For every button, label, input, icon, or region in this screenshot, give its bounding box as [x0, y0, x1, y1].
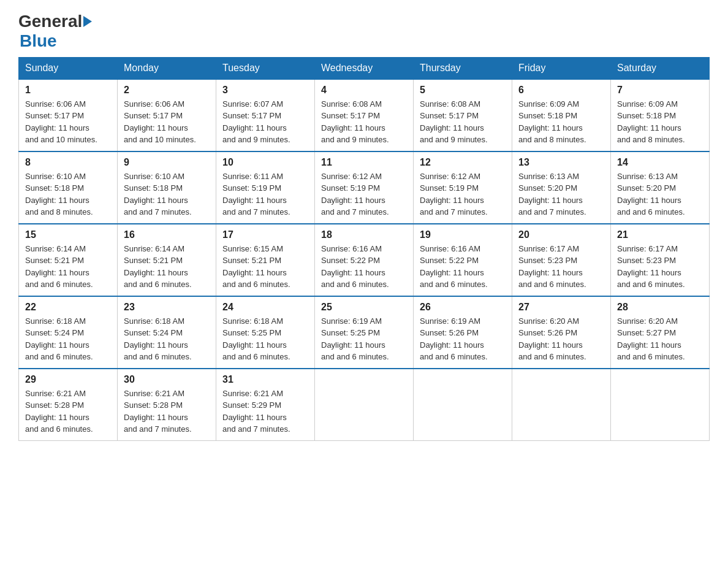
- day-header-tuesday: Tuesday: [216, 57, 315, 79]
- day-header-saturday: Saturday: [611, 57, 710, 79]
- day-number: 13: [518, 157, 604, 168]
- day-info: Sunrise: 6:11 AM Sunset: 5:19 PM Dayligh…: [222, 172, 290, 217]
- calendar-cell: 18 Sunrise: 6:16 AM Sunset: 5:22 PM Dayl…: [315, 224, 414, 296]
- day-info: Sunrise: 6:09 AM Sunset: 5:18 PM Dayligh…: [617, 99, 685, 145]
- day-info: Sunrise: 6:09 AM Sunset: 5:18 PM Dayligh…: [518, 99, 586, 145]
- day-number: 12: [420, 157, 506, 168]
- calendar-cell: 10 Sunrise: 6:11 AM Sunset: 5:19 PM Dayl…: [216, 151, 315, 224]
- calendar-cell: 22 Sunrise: 6:18 AM Sunset: 5:24 PM Dayl…: [19, 296, 118, 369]
- calendar-cell: [512, 369, 611, 441]
- day-info: Sunrise: 6:21 AM Sunset: 5:28 PM Dayligh…: [124, 389, 192, 434]
- day-number: 18: [321, 229, 407, 240]
- calendar-cell: 24 Sunrise: 6:18 AM Sunset: 5:25 PM Dayl…: [216, 296, 315, 369]
- calendar-cell: 14 Sunrise: 6:13 AM Sunset: 5:20 PM Dayl…: [611, 151, 710, 224]
- day-number: 10: [222, 157, 308, 168]
- calendar-cell: 28 Sunrise: 6:20 AM Sunset: 5:27 PM Dayl…: [611, 296, 710, 369]
- day-info: Sunrise: 6:10 AM Sunset: 5:18 PM Dayligh…: [25, 172, 93, 217]
- day-number: 8: [25, 157, 111, 168]
- day-info: Sunrise: 6:08 AM Sunset: 5:17 PM Dayligh…: [420, 99, 488, 145]
- day-header-monday: Monday: [118, 57, 216, 79]
- day-info: Sunrise: 6:19 AM Sunset: 5:26 PM Dayligh…: [420, 316, 488, 362]
- calendar-cell: 25 Sunrise: 6:19 AM Sunset: 5:25 PM Dayl…: [315, 296, 414, 369]
- day-info: Sunrise: 6:06 AM Sunset: 5:17 PM Dayligh…: [124, 99, 196, 145]
- day-header-sunday: Sunday: [19, 57, 118, 79]
- calendar-cell: 8 Sunrise: 6:10 AM Sunset: 5:18 PM Dayli…: [19, 151, 118, 224]
- calendar-cell: 30 Sunrise: 6:21 AM Sunset: 5:28 PM Dayl…: [118, 369, 216, 441]
- calendar-cell: 23 Sunrise: 6:18 AM Sunset: 5:24 PM Dayl…: [118, 296, 216, 369]
- day-number: 30: [124, 374, 210, 385]
- day-info: Sunrise: 6:16 AM Sunset: 5:22 PM Dayligh…: [420, 244, 488, 289]
- day-number: 31: [222, 374, 308, 385]
- calendar-cell: 27 Sunrise: 6:20 AM Sunset: 5:26 PM Dayl…: [512, 296, 611, 369]
- day-info: Sunrise: 6:21 AM Sunset: 5:28 PM Dayligh…: [25, 389, 93, 434]
- calendar-week-4: 22 Sunrise: 6:18 AM Sunset: 5:24 PM Dayl…: [19, 296, 710, 369]
- day-number: 4: [321, 85, 407, 96]
- day-header-friday: Friday: [512, 57, 611, 79]
- day-info: Sunrise: 6:13 AM Sunset: 5:20 PM Dayligh…: [617, 172, 685, 217]
- day-info: Sunrise: 6:12 AM Sunset: 5:19 PM Dayligh…: [420, 172, 488, 217]
- logo-blue-part: Blue: [20, 31, 57, 51]
- calendar-cell: 3 Sunrise: 6:07 AM Sunset: 5:17 PM Dayli…: [216, 79, 315, 151]
- calendar-week-2: 8 Sunrise: 6:10 AM Sunset: 5:18 PM Dayli…: [19, 151, 710, 224]
- day-number: 14: [617, 157, 703, 168]
- day-info: Sunrise: 6:16 AM Sunset: 5:22 PM Dayligh…: [321, 244, 389, 289]
- day-number: 9: [124, 157, 210, 168]
- calendar-cell: 15 Sunrise: 6:14 AM Sunset: 5:21 PM Dayl…: [19, 224, 118, 296]
- day-info: Sunrise: 6:08 AM Sunset: 5:17 PM Dayligh…: [321, 99, 389, 145]
- calendar-week-1: 1 Sunrise: 6:06 AM Sunset: 5:17 PM Dayli…: [19, 79, 710, 151]
- calendar-cell: 1 Sunrise: 6:06 AM Sunset: 5:17 PM Dayli…: [19, 79, 118, 151]
- calendar-week-3: 15 Sunrise: 6:14 AM Sunset: 5:21 PM Dayl…: [19, 224, 710, 296]
- calendar-table: SundayMondayTuesdayWednesdayThursdayFrid…: [18, 57, 710, 441]
- day-info: Sunrise: 6:14 AM Sunset: 5:21 PM Dayligh…: [25, 244, 93, 289]
- calendar-cell: 5 Sunrise: 6:08 AM Sunset: 5:17 PM Dayli…: [414, 79, 512, 151]
- calendar-cell: [315, 369, 414, 441]
- page-header: General Blue: [18, 12, 710, 51]
- calendar-cell: 19 Sunrise: 6:16 AM Sunset: 5:22 PM Dayl…: [414, 224, 512, 296]
- day-number: 15: [25, 229, 111, 240]
- calendar-cell: 6 Sunrise: 6:09 AM Sunset: 5:18 PM Dayli…: [512, 79, 611, 151]
- day-info: Sunrise: 6:17 AM Sunset: 5:23 PM Dayligh…: [518, 244, 586, 289]
- day-info: Sunrise: 6:20 AM Sunset: 5:27 PM Dayligh…: [617, 316, 685, 362]
- day-number: 19: [420, 229, 506, 240]
- day-info: Sunrise: 6:12 AM Sunset: 5:19 PM Dayligh…: [321, 172, 389, 217]
- day-number: 26: [420, 302, 506, 313]
- day-number: 3: [222, 85, 308, 96]
- day-info: Sunrise: 6:18 AM Sunset: 5:24 PM Dayligh…: [124, 316, 192, 362]
- logo-general-part: General: [18, 12, 82, 31]
- calendar-cell: 31 Sunrise: 6:21 AM Sunset: 5:29 PM Dayl…: [216, 369, 315, 441]
- day-number: 29: [25, 374, 111, 385]
- calendar-cell: 17 Sunrise: 6:15 AM Sunset: 5:21 PM Dayl…: [216, 224, 315, 296]
- day-info: Sunrise: 6:17 AM Sunset: 5:23 PM Dayligh…: [617, 244, 685, 289]
- day-info: Sunrise: 6:18 AM Sunset: 5:25 PM Dayligh…: [222, 316, 290, 362]
- day-info: Sunrise: 6:18 AM Sunset: 5:24 PM Dayligh…: [25, 316, 93, 362]
- day-number: 11: [321, 157, 407, 168]
- calendar-cell: 16 Sunrise: 6:14 AM Sunset: 5:21 PM Dayl…: [118, 224, 216, 296]
- day-number: 6: [518, 85, 604, 96]
- calendar-cell: 7 Sunrise: 6:09 AM Sunset: 5:18 PM Dayli…: [611, 79, 710, 151]
- calendar-cell: 11 Sunrise: 6:12 AM Sunset: 5:19 PM Dayl…: [315, 151, 414, 224]
- day-info: Sunrise: 6:14 AM Sunset: 5:21 PM Dayligh…: [124, 244, 192, 289]
- day-number: 2: [124, 85, 210, 96]
- day-number: 16: [124, 229, 210, 240]
- calendar-cell: 26 Sunrise: 6:19 AM Sunset: 5:26 PM Dayl…: [414, 296, 512, 369]
- logo-container: General Blue: [18, 12, 93, 51]
- day-number: 22: [25, 302, 111, 313]
- day-number: 17: [222, 229, 308, 240]
- day-number: 27: [518, 302, 604, 313]
- day-info: Sunrise: 6:13 AM Sunset: 5:20 PM Dayligh…: [518, 172, 586, 217]
- day-number: 5: [420, 85, 506, 96]
- calendar-cell: 12 Sunrise: 6:12 AM Sunset: 5:19 PM Dayl…: [414, 151, 512, 224]
- calendar-cell: 29 Sunrise: 6:21 AM Sunset: 5:28 PM Dayl…: [19, 369, 118, 441]
- calendar-cell: 4 Sunrise: 6:08 AM Sunset: 5:17 PM Dayli…: [315, 79, 414, 151]
- calendar-cell: 9 Sunrise: 6:10 AM Sunset: 5:18 PM Dayli…: [118, 151, 216, 224]
- day-info: Sunrise: 6:21 AM Sunset: 5:29 PM Dayligh…: [222, 389, 290, 434]
- day-info: Sunrise: 6:10 AM Sunset: 5:18 PM Dayligh…: [124, 172, 192, 217]
- day-number: 25: [321, 302, 407, 313]
- day-header-thursday: Thursday: [414, 57, 512, 79]
- day-info: Sunrise: 6:06 AM Sunset: 5:17 PM Dayligh…: [25, 99, 97, 145]
- day-number: 1: [25, 85, 111, 96]
- calendar-cell: 2 Sunrise: 6:06 AM Sunset: 5:17 PM Dayli…: [118, 79, 216, 151]
- calendar-header-row: SundayMondayTuesdayWednesdayThursdayFrid…: [19, 57, 710, 79]
- calendar-cell: [611, 369, 710, 441]
- day-number: 21: [617, 229, 703, 240]
